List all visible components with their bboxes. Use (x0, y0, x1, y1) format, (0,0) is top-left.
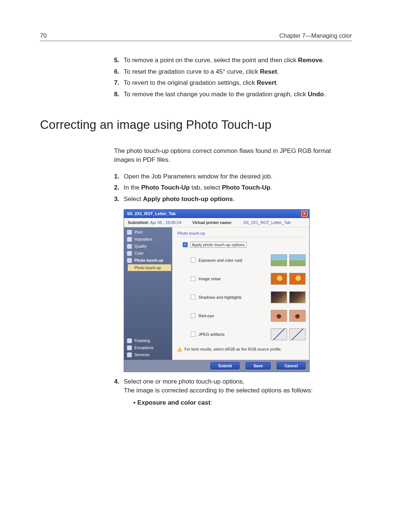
step-body: Select one or more photo touch-up option… (124, 377, 352, 408)
redeye-checkbox[interactable] (191, 313, 196, 318)
apply-checkbox[interactable]: ✓ (183, 242, 188, 247)
sidebar-item-imposition[interactable]: Imposition (124, 236, 172, 243)
step-body: Select Apply photo touch-up options. (124, 195, 352, 204)
step-number: 6. (114, 67, 124, 77)
thumb-before-icon (271, 310, 287, 322)
close-icon[interactable]: × (301, 211, 308, 217)
meta-row: Submitted: Apr 06 , 18:05:24 Virtual pri… (124, 218, 309, 227)
dialog-sidebar: Print Imposition Quality Color Photo tou… (124, 227, 172, 360)
top-steps: 5. To remove a point on the curve, selec… (114, 56, 352, 99)
jpeg-checkbox[interactable] (191, 332, 196, 337)
warning-icon (177, 347, 182, 352)
step-body: To revert to the original gradation sett… (124, 78, 352, 88)
sidebar-item-color[interactable]: Color (124, 250, 172, 257)
step-number: 7. (114, 78, 124, 88)
apply-label: Apply photo touch-up options (190, 242, 247, 248)
sidebar-item-quality[interactable]: Quality (124, 243, 172, 250)
option-redeye: Red-eye (177, 310, 306, 322)
thumb-after-icon (289, 254, 306, 266)
finishing-icon (127, 338, 132, 343)
thumb-after-icon (289, 328, 306, 340)
sidebar-item-print[interactable]: Print (124, 229, 172, 236)
step-number: 3. (114, 195, 124, 204)
imposition-icon (127, 237, 132, 242)
color-icon (127, 251, 132, 256)
option-jpeg: JPEG artifacts (177, 328, 306, 340)
thumb-after-icon (289, 310, 306, 322)
option-exposure: Exposure and color cast (177, 254, 306, 266)
sidebar-item-services[interactable]: Services (124, 351, 172, 358)
submit-button[interactable]: Submit (210, 362, 240, 369)
exposure-checkbox[interactable] (191, 258, 196, 262)
titlebar: SS_2X1_ROT_Letter_Tab × (124, 210, 309, 218)
pane-heading: Photo touch-up (177, 231, 306, 237)
hint-row: For best results, select sRGB as the RGB… (177, 347, 306, 352)
thumb-after-icon (289, 273, 306, 285)
thumb-before-icon (271, 273, 287, 285)
exceptions-icon (127, 345, 132, 350)
option-shadows: Shadows and highlights (177, 291, 306, 303)
save-button[interactable]: Save (246, 362, 271, 369)
photo-icon (127, 258, 132, 263)
step-body: In the Photo Touch-Up tab, select Photo … (124, 183, 352, 193)
option-noise: Image noise (177, 273, 306, 285)
bullet-exposure: Exposure and color cast: (133, 398, 352, 408)
step-number: 5. (114, 56, 124, 65)
post-steps: 4. Select one or more photo touch-up opt… (114, 377, 352, 408)
page-number: 70 (40, 33, 47, 39)
thumb-before-icon (271, 291, 287, 303)
submitted-label: Submitted: (128, 220, 149, 225)
services-icon (127, 352, 132, 357)
dialog-main-pane: Photo touch-up ✓ Apply photo touch-up op… (172, 227, 309, 360)
step-number: 1. (114, 172, 124, 181)
print-icon (127, 230, 132, 235)
job-parameters-dialog: SS_2X1_ROT_Letter_Tab × Submitted: Apr 0… (124, 209, 310, 372)
sidebar-item-photo-touch-up[interactable]: Photo touch-up (124, 257, 172, 264)
thumb-after-icon (289, 291, 306, 303)
sidebar-item-exceptions[interactable]: Exceptions (124, 344, 172, 351)
step-body: To remove a point on the curve, select t… (124, 56, 352, 65)
chapter-label: Chapter 7—Managing color (279, 33, 352, 39)
dialog-footer: Submit Save Cancel (124, 360, 309, 372)
thumb-before-icon (271, 254, 287, 266)
step-body: To reset the gradation curve to a 45° cu… (124, 67, 352, 77)
shadows-checkbox[interactable] (191, 295, 196, 300)
step-number: 4. (114, 377, 124, 408)
step-number: 2. (114, 183, 124, 193)
section-title: Correcting an image using Photo Touch-up (40, 118, 352, 132)
page-header: 70 Chapter 7—Managing color (40, 33, 352, 41)
quality-icon (127, 244, 132, 249)
cancel-button[interactable]: Cancel (277, 362, 306, 369)
dialog-title: SS_2X1_ROT_Letter_Tab (127, 211, 176, 216)
sidebar-item-finishing[interactable]: Finishing (124, 337, 172, 344)
noise-checkbox[interactable] (191, 276, 196, 281)
intro-paragraph: The photo touch-up options correct commo… (114, 147, 352, 165)
mid-steps: 1. Open the Job Parameters window for th… (114, 172, 352, 204)
vpn-label: Virtual printer name: (192, 220, 232, 225)
step-number: 8. (114, 90, 124, 99)
vpn-value: SS_2X1_ROT_Letter_Tab (243, 220, 291, 225)
step-body: To remove the last change you made to th… (124, 90, 352, 99)
step-body: Open the Job Parameters window for the d… (124, 172, 352, 181)
submitted-value: Apr 06 , 18:05:24 (150, 220, 181, 225)
sidebar-subitem-photo-touch-up[interactable]: Photo touch-up (128, 264, 171, 271)
thumb-before-icon (271, 328, 287, 340)
